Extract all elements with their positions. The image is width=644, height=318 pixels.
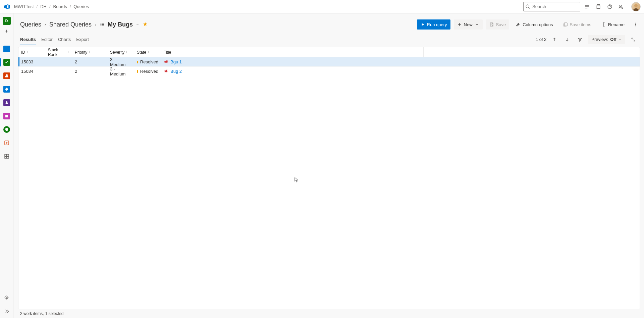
results-panel: ID↑ Stack Rank↑ Priority↑ Severity↑ Stat… bbox=[18, 47, 640, 309]
cell-priority: 2 bbox=[72, 69, 107, 74]
svg-point-12 bbox=[635, 25, 636, 26]
list-icon bbox=[100, 22, 105, 27]
sidebar-dashboards[interactable] bbox=[0, 150, 13, 163]
next-result-button[interactable] bbox=[562, 35, 572, 44]
add-button[interactable]: + bbox=[5, 28, 8, 34]
table-row[interactable]: 1503423 - MediumResolvedBug 2 bbox=[18, 67, 640, 76]
col-header-empty bbox=[423, 47, 640, 57]
page-header: Queries › Shared Queries › My Bugs Run q… bbox=[18, 16, 640, 32]
new-button[interactable]: New bbox=[454, 19, 483, 30]
breadcrumb-item[interactable]: DH bbox=[40, 4, 47, 9]
breadcrumb-sep: / bbox=[49, 4, 51, 9]
sidebar-artifacts[interactable] bbox=[0, 109, 13, 123]
more-actions-button[interactable] bbox=[631, 19, 640, 30]
sidebar-overview[interactable] bbox=[0, 42, 13, 56]
cell-priority: 2 bbox=[72, 59, 107, 64]
preview-toggle[interactable]: Preview: Off bbox=[588, 35, 625, 44]
chevron-double-right-icon bbox=[4, 309, 9, 314]
work-item-link[interactable]: Bug 2 bbox=[170, 69, 182, 74]
arrow-down-icon bbox=[565, 37, 570, 42]
marketplace-icon[interactable] bbox=[595, 3, 602, 10]
sort-asc-icon: ↑ bbox=[126, 50, 127, 54]
col-header-id[interactable]: ID↑ bbox=[18, 47, 45, 57]
svg-rect-7 bbox=[5, 157, 6, 158]
wrench-icon bbox=[516, 22, 521, 27]
work-item-link[interactable]: Bgu 1 bbox=[170, 59, 182, 64]
tab-results[interactable]: Results bbox=[20, 34, 36, 45]
sort-asc-icon: ↑ bbox=[67, 50, 69, 54]
sidebar: D + bbox=[0, 13, 13, 318]
footer-selected: 1 selected bbox=[45, 311, 64, 316]
rename-button[interactable]: Rename bbox=[598, 19, 628, 30]
favorite-star-icon[interactable] bbox=[143, 21, 148, 28]
rename-icon bbox=[601, 22, 606, 27]
play-icon bbox=[420, 22, 425, 27]
sidebar-collapse[interactable] bbox=[0, 305, 13, 318]
cell-state: Resolved bbox=[134, 69, 161, 74]
cell-severity: 3 - Medium bbox=[107, 57, 134, 67]
breadcrumb-item[interactable]: Boards bbox=[53, 4, 67, 9]
filter-button[interactable] bbox=[575, 35, 585, 44]
prev-result-button[interactable] bbox=[550, 35, 559, 44]
svg-rect-5 bbox=[5, 154, 6, 156]
sidebar-settings[interactable] bbox=[0, 291, 13, 305]
cell-state: Resolved bbox=[134, 59, 161, 64]
col-header-title[interactable]: Title bbox=[161, 47, 423, 57]
page-title[interactable]: My Bugs bbox=[108, 21, 133, 28]
admin-settings-icon[interactable] bbox=[618, 3, 625, 10]
project-tile[interactable]: D bbox=[3, 17, 11, 25]
sidebar-test-plans[interactable] bbox=[0, 96, 13, 109]
result-position: 1 of 2 bbox=[536, 37, 547, 42]
col-header-severity[interactable]: Severity↑ bbox=[107, 47, 134, 57]
breadcrumb-sep: / bbox=[70, 4, 71, 9]
sidebar-compliance[interactable] bbox=[0, 123, 13, 136]
help-icon[interactable] bbox=[606, 3, 613, 10]
state-dot-icon bbox=[137, 61, 138, 63]
fullscreen-button[interactable] bbox=[629, 35, 638, 44]
breadcrumb-item[interactable]: Queries bbox=[73, 4, 89, 9]
cell-id: 15033 bbox=[18, 59, 45, 64]
topbar-icons bbox=[584, 2, 641, 11]
svg-rect-3 bbox=[5, 115, 8, 117]
save-items-button: Save items bbox=[560, 19, 595, 30]
cell-title: Bgu 1 bbox=[161, 59, 423, 64]
table-header: ID↑ Stack Rank↑ Priority↑ Severity↑ Stat… bbox=[18, 47, 640, 57]
avatar[interactable] bbox=[631, 2, 641, 11]
chevron-down-icon[interactable] bbox=[136, 22, 140, 26]
col-header-state[interactable]: State↑ bbox=[134, 47, 161, 57]
table-row[interactable]: 1503323 - MediumResolvedBgu 1 bbox=[18, 57, 640, 67]
breadcrumb-sep: / bbox=[37, 4, 38, 9]
main-content: Queries › Shared Queries › My Bugs Run q… bbox=[13, 13, 644, 318]
sidebar-wiki[interactable] bbox=[0, 136, 13, 150]
tab-export[interactable]: Export bbox=[76, 34, 89, 45]
work-items-icon[interactable] bbox=[584, 3, 590, 10]
tab-charts[interactable]: Charts bbox=[58, 34, 71, 45]
tab-editor[interactable]: Editor bbox=[41, 34, 53, 45]
save-all-icon bbox=[563, 22, 568, 27]
cell-severity: 3 - Medium bbox=[107, 66, 134, 76]
col-header-stack-rank[interactable]: Stack Rank↑ bbox=[45, 47, 72, 57]
gear-icon bbox=[4, 295, 9, 301]
page-breadcrumb: Queries › Shared Queries › My Bugs bbox=[20, 21, 148, 28]
tabs-row: Results Editor Charts Export 1 of 2 Prev… bbox=[18, 32, 640, 47]
page-crumb[interactable]: Shared Queries bbox=[49, 21, 92, 28]
footer-count: 2 work items, bbox=[20, 311, 44, 316]
svg-point-1 bbox=[620, 5, 621, 6]
search-input[interactable] bbox=[532, 4, 578, 9]
run-query-button[interactable]: Run query bbox=[417, 19, 450, 30]
sidebar-boards[interactable] bbox=[0, 56, 13, 69]
search-box[interactable] bbox=[523, 2, 580, 11]
column-options-button[interactable]: Column options bbox=[513, 19, 556, 30]
breadcrumb-item[interactable]: MWITTest bbox=[14, 4, 34, 9]
page-crumb[interactable]: Queries bbox=[20, 21, 41, 28]
sidebar-repos[interactable] bbox=[0, 69, 13, 83]
cell-id: 15034 bbox=[18, 69, 45, 74]
save-icon bbox=[489, 22, 494, 27]
svg-point-11 bbox=[635, 24, 636, 25]
arrow-up-icon bbox=[552, 37, 557, 42]
sort-asc-icon: ↑ bbox=[148, 50, 149, 54]
sort-asc-icon: ↑ bbox=[26, 50, 28, 54]
sidebar-pipelines[interactable] bbox=[0, 83, 13, 96]
col-header-priority[interactable]: Priority↑ bbox=[72, 47, 107, 57]
azure-devops-logo[interactable] bbox=[3, 3, 10, 10]
